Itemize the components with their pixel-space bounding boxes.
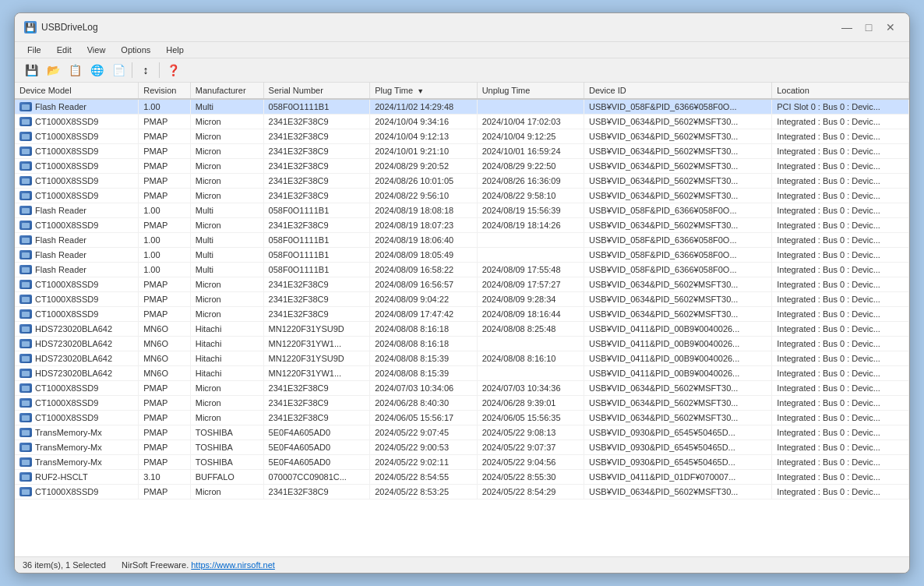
cell-plug-time: 2024/05/22 9:07:45 — [370, 425, 477, 440]
device-icon — [19, 250, 32, 259]
toolbar-help-button[interactable]: ❓ — [163, 61, 183, 79]
cell-manufacturer: TOSHIBA — [190, 425, 263, 440]
cell-location: Integrated : Bus 0 : Devic... — [772, 337, 909, 351]
col-header-manufacturer[interactable]: Manufacturer — [190, 83, 263, 99]
table-row[interactable]: CT1000X8SSD9 PMAPMicron2341E32F38C92024/… — [15, 115, 909, 129]
table-row[interactable]: CT1000X8SSD9 PMAPMicron2341E32F38C92024/… — [15, 307, 909, 322]
table-row[interactable]: Flash Reader 1.00Multi058F0O1111B12024/0… — [15, 233, 909, 248]
table-row[interactable]: HDS723020BLA642 MN6OHitachiMN1220F31YW1.… — [15, 366, 909, 381]
cell-revision: 1.00 — [139, 233, 191, 248]
cell-serial-number: 2341E32F38C9 — [263, 159, 370, 174]
app-icon: 💾 — [24, 21, 37, 34]
cell-serial-number: 058F0O1111B1 — [263, 99, 370, 115]
cell-location: Integrated : Bus 0 : Devic... — [772, 203, 909, 218]
table-row[interactable]: Flash Reader 1.00Multi058F0O1111B12024/0… — [15, 248, 909, 263]
title-bar: 💾 USBDriveLog — □ ✕ — [15, 13, 909, 42]
toolbar-save-button[interactable]: 💾 — [21, 61, 41, 79]
col-header-unplug-time[interactable]: Unplug Time — [477, 83, 584, 99]
cell-device-model: TransMemory-Mx — [15, 425, 139, 440]
table-row[interactable]: RUF2-HSCLT 3.10BUFFALO070007CC09081C...2… — [15, 470, 909, 485]
cell-revision: PMAP — [139, 159, 191, 174]
table-row[interactable]: Flash Reader 1.00Multi058F0O1111B12024/0… — [15, 203, 909, 218]
cell-manufacturer: Micron — [190, 129, 263, 144]
col-header-device-model[interactable]: Device Model — [15, 83, 139, 99]
table-row[interactable]: TransMemory-Mx PMAPTOSHIBA5E0F4A605AD020… — [15, 455, 909, 470]
col-header-location[interactable]: Location — [772, 83, 909, 99]
cell-device-id: USB¥VID_0411&PID_00B9¥0040026... — [584, 351, 772, 366]
col-header-revision[interactable]: Revision — [139, 83, 191, 99]
cell-unplug-time: 2024/06/05 15:56:35 — [477, 411, 584, 425]
status-items-count: 36 item(s), 1 Selected — [23, 560, 106, 570]
table-row[interactable]: TransMemory-Mx PMAPTOSHIBA5E0F4A605AD020… — [15, 440, 909, 455]
cell-manufacturer: Hitachi — [190, 366, 263, 381]
cell-unplug-time: 2024/10/04 9:12:25 — [477, 129, 584, 144]
table-row[interactable]: CT1000X8SSD9 PMAPMicron2341E32F38C92024/… — [15, 144, 909, 159]
toolbar-copy-button[interactable]: 📋 — [65, 61, 85, 79]
cell-location: Integrated : Bus 0 : Devic... — [772, 292, 909, 307]
table-row[interactable]: HDS723020BLA642 MN6OHitachiMN1220F31YSU9… — [15, 322, 909, 337]
table-row[interactable]: CT1000X8SSD9 PMAPMicron2341E32F38C92024/… — [15, 129, 909, 144]
toolbar-open-button[interactable]: 📂 — [43, 61, 63, 79]
cell-revision: PMAP — [139, 129, 191, 144]
cell-revision: 3.10 — [139, 470, 191, 485]
cell-device-model: CT1000X8SSD9 — [15, 189, 139, 203]
device-icon — [19, 487, 32, 496]
cell-manufacturer: Micron — [190, 277, 263, 292]
menu-options[interactable]: Options — [115, 44, 157, 56]
table-container[interactable]: Device Model Revision Manufacturer Seria… — [15, 83, 909, 556]
cell-location: Integrated : Bus 0 : Devic... — [772, 322, 909, 337]
table-row[interactable]: CT1000X8SSD9 PMAPMicron2341E32F38C92024/… — [15, 381, 909, 396]
cell-device-id: USB¥VID_0930&PID_6545¥50465D... — [584, 455, 772, 470]
cell-manufacturer: Hitachi — [190, 337, 263, 351]
table-row[interactable]: Flash Reader 1.00Multi058F0O1111B12024/1… — [15, 99, 909, 115]
cell-unplug-time: 2024/08/08 8:16:10 — [477, 351, 584, 366]
table-row[interactable]: Flash Reader 1.00Multi058F0O1111B12024/0… — [15, 263, 909, 277]
cell-device-id: USB¥VID_0634&PID_5602¥MSFT30... — [584, 396, 772, 411]
device-icon — [19, 235, 32, 245]
table-row[interactable]: HDS723020BLA642 MN6OHitachiMN1220F31YW1.… — [15, 337, 909, 351]
table-row[interactable]: CT1000X8SSD9 PMAPMicron2341E32F38C92024/… — [15, 159, 909, 174]
table-row[interactable]: TransMemory-Mx PMAPTOSHIBA5E0F4A605AD020… — [15, 425, 909, 440]
toolbar-report-button[interactable]: 📄 — [108, 61, 129, 79]
table-row[interactable]: CT1000X8SSD9 PMAPMicron2341E32F38C92024/… — [15, 174, 909, 189]
cell-revision: MN6O — [139, 322, 191, 337]
table-row[interactable]: CT1000X8SSD9 PMAPMicron2341E32F38C92024/… — [15, 396, 909, 411]
cell-revision: 1.00 — [139, 203, 191, 218]
cell-serial-number: 5E0F4A605AD0 — [263, 425, 370, 440]
menu-file[interactable]: File — [21, 44, 48, 56]
table-row[interactable]: CT1000X8SSD9 PMAPMicron2341E32F38C92024/… — [15, 277, 909, 292]
table-row[interactable]: CT1000X8SSD9 PMAPMicron2341E32F38C92024/… — [15, 218, 909, 233]
cell-device-model: HDS723020BLA642 — [15, 351, 139, 366]
cell-manufacturer: TOSHIBA — [190, 455, 263, 470]
table-row[interactable]: CT1000X8SSD9 PMAPMicron2341E32F38C92024/… — [15, 292, 909, 307]
menu-view[interactable]: View — [81, 44, 112, 56]
cell-manufacturer: Multi — [190, 203, 263, 218]
cell-unplug-time: 2024/05/22 8:54:29 — [477, 485, 584, 500]
col-header-serial-number[interactable]: Serial Number — [263, 83, 370, 99]
toolbar-sort-button[interactable]: ↕ — [136, 61, 156, 79]
menu-edit[interactable]: Edit — [51, 44, 78, 56]
table-row[interactable]: CT1000X8SSD9 PMAPMicron2341E32F38C92024/… — [15, 485, 909, 500]
cell-serial-number: MN1220F31YW1... — [263, 337, 370, 351]
cell-unplug-time — [477, 366, 584, 381]
col-header-plug-time[interactable]: Plug Time ▼ — [370, 83, 477, 99]
col-header-device-id[interactable]: Device ID — [584, 83, 772, 99]
close-button[interactable]: ✕ — [881, 19, 900, 35]
maximize-button[interactable]: □ — [859, 19, 878, 35]
toolbar: 💾 📂 📋 🌐 📄 ↕ ❓ — [15, 58, 909, 83]
table-row[interactable]: CT1000X8SSD9 PMAPMicron2341E32F38C92024/… — [15, 411, 909, 425]
toolbar-html-button[interactable]: 🌐 — [86, 61, 107, 79]
cell-manufacturer: Hitachi — [190, 322, 263, 337]
cell-manufacturer: Micron — [190, 174, 263, 189]
nirsoft-link[interactable]: https://www.nirsoft.net — [191, 560, 275, 570]
cell-device-model: CT1000X8SSD9 — [15, 396, 139, 411]
table-row[interactable]: CT1000X8SSD9 PMAPMicron2341E32F38C92024/… — [15, 189, 909, 203]
cell-serial-number: 2341E32F38C9 — [263, 485, 370, 500]
cell-plug-time: 2024/08/22 9:56:10 — [370, 189, 477, 203]
cell-revision: MN6O — [139, 351, 191, 366]
minimize-button[interactable]: — — [838, 19, 856, 35]
cell-unplug-time: 2024/05/22 9:07:37 — [477, 440, 584, 455]
table-row[interactable]: HDS723020BLA642 MN6OHitachiMN1220F31YSU9… — [15, 351, 909, 366]
cell-device-id: USB¥VID_0411&PID_00B9¥0040026... — [584, 366, 772, 381]
menu-help[interactable]: Help — [160, 44, 190, 56]
